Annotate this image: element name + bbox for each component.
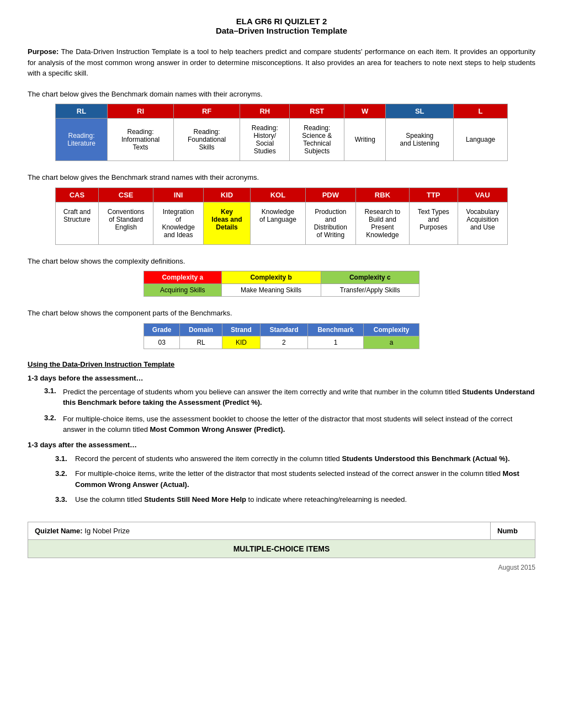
bm-header-complexity: Complexity: [364, 323, 419, 336]
strand-vau: VocabularyAcquisitionand Use: [458, 202, 507, 244]
before-num-1: 3.1.: [44, 387, 60, 408]
complexity-a-val: Acquiring Skills: [144, 284, 222, 297]
strand-header-ini: INI: [153, 188, 203, 202]
complexity-header-a: Complexity a: [144, 271, 222, 284]
domain-header-rst: RST: [290, 104, 344, 119]
after-num-2: 3.2.: [55, 468, 71, 490]
domain-header-sl: SL: [386, 104, 454, 119]
domain-row: Reading:Literature Reading:Informational…: [56, 119, 508, 161]
after-text-2: For multiple-choice items, write the let…: [75, 468, 535, 490]
after-num-3: 3.3.: [55, 494, 71, 505]
benchmark-table: Grade Domain Strand Standard Benchmark C…: [144, 323, 419, 349]
after-title: 1-3 days after the assessment…: [28, 441, 535, 449]
complexity-table: Complexity a Complexity b Complexity c A…: [144, 271, 419, 297]
bm-header-grade: Grade: [144, 323, 180, 336]
quizlet-name-value: Ig Nobel Prize: [84, 527, 130, 535]
before-text-1: Predict the percentage of students whom …: [63, 387, 535, 408]
bottom-section: Quizlet Name: Ig Nobel Prize Numb MULTIP…: [28, 522, 535, 558]
complexity-header-c: Complexity c: [321, 271, 419, 284]
domain-ri: Reading:InformationalTexts: [108, 119, 174, 161]
domain-rst: Reading:Science &TechnicalSubjects: [290, 119, 344, 161]
bm-grade: 03: [144, 336, 180, 349]
domain-header-l: L: [454, 104, 508, 119]
strand-table: CAS CSE INI KID KOL PDW RBK TTP VAU Craf…: [55, 188, 508, 245]
footer: August 2015: [28, 564, 535, 571]
footer-date: August 2015: [498, 564, 535, 571]
bm-domain: RL: [180, 336, 222, 349]
domain-header-rh: RH: [240, 104, 290, 119]
benchmark-row: 03 RL KID 2 1 a: [144, 336, 419, 349]
bm-complexity: a: [364, 336, 419, 349]
bm-header-standard: Standard: [261, 323, 308, 336]
strand-header-cse: CSE: [98, 188, 153, 202]
multiple-choice-row: MULTIPLE-CHOICE ITEMS: [28, 539, 535, 558]
before-num-2: 3.2.: [44, 414, 60, 435]
bm-header-strand: Strand: [222, 323, 260, 336]
bm-header-benchmark: Benchmark: [307, 323, 363, 336]
benchmark-strand-label: The chart below gives the Benchmark stra…: [28, 172, 535, 183]
domain-l: Language: [454, 119, 508, 161]
after-text-3: Use the column titled Students Still Nee…: [75, 494, 407, 505]
benchmark-parts-label: The chart below shows the component part…: [28, 308, 535, 319]
complexity-label: The chart below shows the complexity def…: [28, 256, 535, 267]
strand-ttp: Text TypesandPurposes: [409, 202, 458, 244]
domain-header-ri: RI: [108, 104, 174, 119]
after-num-1: 3.1.: [55, 453, 71, 464]
after-item-1: 3.1. Record the percent of students who …: [55, 453, 535, 464]
strand-kid: KeyIdeas andDetails: [203, 202, 250, 244]
complexity-b-val: Make Meaning Skills: [221, 284, 321, 297]
after-section: 3.1. Record the percent of students who …: [55, 453, 535, 505]
strand-pdw: ProductionandDistributionof Writing: [305, 202, 355, 244]
before-text-2: For multiple-choice items, use the asses…: [63, 414, 535, 435]
strand-header-pdw: PDW: [305, 188, 355, 202]
bm-strand: KID: [222, 336, 260, 349]
after-text-1: Record the percent of students who answe…: [75, 453, 510, 464]
domain-sl: Speakingand Listening: [386, 119, 454, 161]
domain-rh: Reading:History/SocialStudies: [240, 119, 290, 161]
domain-w: Writing: [344, 119, 386, 161]
domain-header-rl: RL: [56, 104, 108, 119]
before-item-2: 3.2. For multiple-choice items, use the …: [44, 414, 535, 435]
bm-header-domain: Domain: [180, 323, 222, 336]
bm-standard: 2: [261, 336, 308, 349]
after-item-3: 3.3. Use the column titled Students Stil…: [55, 494, 535, 505]
quizlet-name-cell: Quizlet Name: Ig Nobel Prize: [28, 522, 491, 539]
complexity-c-val: Transfer/Apply Skills: [321, 284, 419, 297]
strand-header-vau: VAU: [458, 188, 507, 202]
before-item-1: 3.1. Predict the percentage of students …: [44, 387, 535, 408]
strand-cas: Craft andStructure: [56, 202, 99, 244]
domain-rl: Reading:Literature: [56, 119, 108, 161]
domain-header-rf: RF: [174, 104, 240, 119]
domain-rf: Reading:FoundationalSkills: [174, 119, 240, 161]
using-section: Using the Data-Driven Instruction Templa…: [28, 360, 535, 505]
strand-ini: IntegrationofKnowledgeand Ideas: [153, 202, 203, 244]
before-title: 1-3 days before the assessment…: [28, 374, 535, 382]
complexity-row: Acquiring Skills Make Meaning Skills Tra…: [144, 284, 419, 297]
number-cell: Numb: [491, 522, 535, 539]
domain-table: RL RI RF RH RST W SL L Reading:Literatur…: [55, 104, 508, 161]
multiple-choice-label: MULTIPLE-CHOICE ITEMS: [233, 544, 330, 553]
strand-header-ttp: TTP: [409, 188, 458, 202]
bm-benchmark: 1: [307, 336, 363, 349]
domain-header-w: W: [344, 104, 386, 119]
strand-rbk: Research toBuild andPresentKnowledge: [355, 202, 409, 244]
strand-header-kol: KOL: [251, 188, 306, 202]
purpose-label: Purpose:: [28, 47, 59, 56]
complexity-header-b: Complexity b: [221, 271, 321, 284]
using-title: Using the Data-Driven Instruction Templa…: [28, 360, 535, 368]
strand-cse: Conventionsof StandardEnglish: [98, 202, 153, 244]
page-title: ELA GR6 RI QUIZLET 2 Data–Driven Instruc…: [28, 17, 535, 35]
purpose-text: The Data-Driven Instruction Template is …: [28, 47, 535, 77]
strand-header-cas: CAS: [56, 188, 99, 202]
strand-header-kid: KID: [203, 188, 250, 202]
number-label: Numb: [497, 527, 518, 535]
strand-header-rbk: RBK: [355, 188, 409, 202]
benchmark-domain-label: The chart below gives the Benchmark doma…: [28, 89, 535, 100]
strand-kol: Knowledgeof Language: [251, 202, 306, 244]
quizlet-name-row: Quizlet Name: Ig Nobel Prize Numb: [28, 522, 535, 539]
strand-row: Craft andStructure Conventionsof Standar…: [56, 202, 508, 244]
after-item-2: 3.2. For multiple-choice items, write th…: [55, 468, 535, 490]
quizlet-name-label: Quizlet Name:: [35, 527, 83, 535]
purpose-paragraph: Purpose: The Data-Driven Instruction Tem…: [28, 46, 535, 79]
